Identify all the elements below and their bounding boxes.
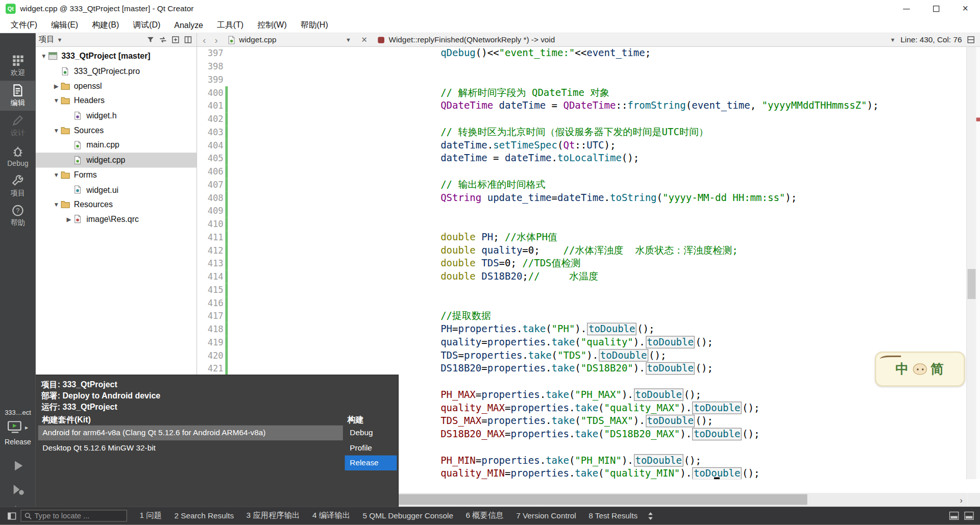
chevron-down-icon[interactable]: ▼	[890, 37, 896, 43]
code-line[interactable]: 416	[197, 296, 966, 310]
open-document-selector[interactable]: widget.cpp ▼	[224, 35, 355, 44]
expander-closed-icon[interactable]: ▶	[64, 216, 73, 222]
code-line[interactable]: 405dateTime = dateTime.toLocalTime();	[197, 152, 966, 165]
expander-open-icon[interactable]: ▼	[52, 201, 61, 208]
code-line[interactable]: 407// 输出标准的时间格式	[197, 178, 966, 191]
close-document-icon[interactable]: ✕	[357, 35, 371, 44]
output-pane-button[interactable]: 7 Version Control	[510, 507, 582, 525]
tree-item[interactable]: ▶openssl	[36, 79, 197, 93]
output-pane-button[interactable]: 8 Test Results	[582, 507, 644, 525]
run-button[interactable]	[0, 456, 36, 475]
locator-input[interactable]	[34, 511, 117, 520]
mode-tab-help[interactable]: ?帮助	[0, 201, 36, 231]
output-pane-button[interactable]: 6 概要信息	[459, 507, 510, 525]
code-line[interactable]: 415	[197, 283, 966, 296]
expander-open-icon[interactable]: ▼	[39, 53, 48, 59]
tree-item[interactable]: ▼Resources	[36, 197, 197, 212]
code-line[interactable]: 399	[197, 73, 966, 86]
code-line[interactable]: 411double PH; //水体PH值	[197, 231, 966, 244]
kit-selector-button[interactable]: ▸	[4, 418, 32, 436]
vertical-scrollbar[interactable]	[966, 47, 976, 479]
menu-item[interactable]: 调试(D)	[126, 17, 167, 32]
filter-icon[interactable]	[146, 36, 155, 44]
menu-item[interactable]: 帮助(H)	[293, 17, 335, 32]
tree-item[interactable]: ▼333_QtProject [master]	[36, 49, 197, 64]
error-mark	[976, 117, 980, 121]
code-line[interactable]: 408QString update_time=dateTime.toString…	[197, 191, 966, 205]
build-config-option[interactable]: Release	[345, 456, 397, 470]
symbol-selector[interactable]: Widget::replyFinished(QNetworkReply *) -…	[374, 35, 559, 44]
code-line[interactable]: 398	[197, 60, 966, 73]
code-line[interactable]: 410	[197, 218, 966, 231]
output-pane-button[interactable]: 5 QML Debugger Console	[356, 507, 459, 525]
kit-option[interactable]: Desktop Qt 5.12.6 MinGW 32-bit	[38, 440, 343, 455]
project-pane-selector[interactable]: 项目 ▼	[39, 34, 62, 45]
tree-item[interactable]: ▼Headers	[36, 93, 197, 108]
build-config-option[interactable]: Debug	[345, 426, 397, 440]
code-line[interactable]: 418PH=properties.take("PH").toDouble();	[197, 323, 966, 336]
menu-item[interactable]: Analyze	[167, 17, 210, 32]
code-line[interactable]: 401QDateTime dateTime = QDateTime::fromS…	[197, 99, 966, 113]
menu-item[interactable]: 编辑(E)	[44, 17, 85, 32]
toggle-sidebar-icon[interactable]	[8, 512, 16, 520]
scroll-right-arrow-icon[interactable]: ›	[955, 493, 967, 507]
mode-tab-edit[interactable]: 编辑	[0, 81, 36, 111]
output-pane-arrows-icon[interactable]	[648, 511, 653, 520]
kit-option[interactable]: Android for arm64-v8a (Clang Qt 5.12.6 f…	[38, 426, 343, 440]
tree-item[interactable]: widget.ui	[36, 182, 197, 197]
code-line[interactable]: 397qDebug()<<"event_time:"<<event_time;	[197, 47, 966, 60]
tree-item[interactable]: widget.h	[36, 108, 197, 123]
expander-closed-icon[interactable]: ▶	[52, 82, 61, 89]
close-button[interactable]: ×	[950, 0, 980, 17]
maximize-button[interactable]	[921, 0, 951, 17]
toggle-bottom-panel-icon[interactable]	[949, 512, 959, 520]
minimize-button[interactable]	[892, 0, 921, 17]
code-line[interactable]: 419quality=properties.take("quality").to…	[197, 336, 966, 349]
code-line[interactable]: 406	[197, 165, 966, 179]
output-pane-button[interactable]: 1 问题	[133, 507, 168, 525]
mode-tab-projects[interactable]: 项目	[0, 171, 36, 201]
code-line[interactable]: 417//提取数据	[197, 310, 966, 323]
back-icon[interactable]: ‹	[200, 35, 209, 44]
code-line[interactable]: 400// 解析时间字段为 QDateTime 对象	[197, 86, 966, 99]
forward-icon[interactable]: ›	[211, 35, 220, 44]
code-line[interactable]: 409	[197, 205, 966, 218]
mode-tab-debug[interactable]: Debug	[0, 141, 36, 171]
output-pane-button[interactable]: 4 编译输出	[306, 507, 357, 525]
split-editor-icon[interactable]	[967, 36, 975, 44]
mode-tab-design[interactable]: 设计	[0, 111, 36, 141]
expander-open-icon[interactable]: ▼	[52, 171, 61, 178]
mode-tab-welcome[interactable]: 欢迎	[0, 51, 36, 81]
locator[interactable]	[20, 510, 127, 521]
output-pane-button[interactable]: 3 应用程序输出	[240, 507, 306, 525]
tree-item[interactable]: 333_QtProject.pro	[36, 64, 197, 79]
menu-item[interactable]: 控制(W)	[251, 17, 294, 32]
output-pane-button[interactable]: 2 Search Results	[168, 507, 240, 525]
menu-item[interactable]: 构建(B)	[85, 17, 126, 32]
expand-all-icon[interactable]	[172, 36, 180, 44]
menu-item[interactable]: 文件(F)	[4, 17, 44, 32]
code-line[interactable]: 404dateTime.setTimeSpec(Qt::UTC);	[197, 139, 966, 152]
code-line[interactable]: 413double TDS=0; //TDS值检测	[197, 257, 966, 270]
toggle-right-panel-icon[interactable]	[964, 512, 973, 520]
tree-item[interactable]: ▼Forms	[36, 167, 197, 182]
vertical-scrollbar-thumb[interactable]	[967, 269, 975, 299]
code-line[interactable]: 412double quality=0; //水体浑浊度 水质状态：浑浊度检测;	[197, 244, 966, 257]
split-pane-icon[interactable]	[184, 36, 192, 44]
menu-item[interactable]: 工具(T)	[210, 17, 250, 32]
code-line[interactable]: 414double DS18B20;// 水温度	[197, 270, 966, 284]
tree-item[interactable]: ▶image\Res.qrc	[36, 212, 197, 227]
tree-item[interactable]: widget.cpp	[36, 153, 197, 167]
code-line[interactable]: 403// 转换时区为北京时间（假设服务器下发的时间是UTC时间）	[197, 126, 966, 139]
code-line[interactable]: 420TDS=properties.take("TDS").toDouble()…	[197, 349, 966, 362]
sync-with-editor-icon[interactable]	[159, 36, 167, 44]
expander-open-icon[interactable]: ▼	[52, 127, 61, 134]
code-line[interactable]: 402	[197, 113, 966, 126]
expander-open-icon[interactable]: ▼	[52, 97, 61, 104]
debug-run-button[interactable]	[0, 480, 36, 498]
build-config-option[interactable]: Profile	[345, 440, 397, 455]
code-line[interactable]: 421DS18B20=properties.take("DS18B20").to…	[197, 362, 966, 376]
code-token: double	[440, 271, 476, 282]
tree-item[interactable]: main.cpp	[36, 138, 197, 153]
tree-item[interactable]: ▼Sources	[36, 123, 197, 138]
